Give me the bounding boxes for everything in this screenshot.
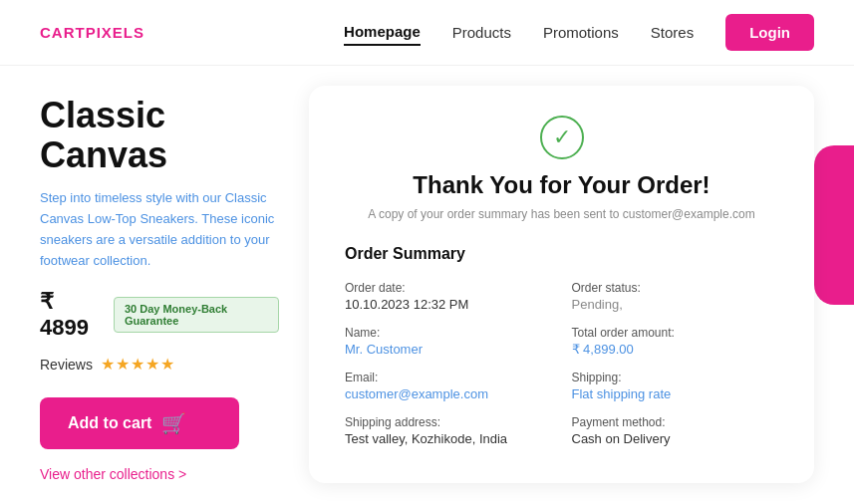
payment-value: Cash on Delivery <box>572 431 779 446</box>
cart-icon: 🛒 <box>161 411 186 435</box>
address-value: Test valley, Kozhikode, India <box>345 431 552 446</box>
nav-homepage[interactable]: Homepage <box>344 19 421 46</box>
order-confirmation-panel: ✓ Thank You for Your Order! A copy of yo… <box>309 86 814 483</box>
email-field: Email: customer@example.com <box>345 371 552 401</box>
product-description: Step into timeless style with our Classi… <box>40 188 279 271</box>
logo: CARTPIXELS <box>40 24 144 41</box>
order-status-value: Pending, <box>572 297 779 312</box>
shipping-label: Shipping: <box>572 371 779 384</box>
product-panel: Classic Canvas Step into timeless style … <box>40 86 279 483</box>
email-label: Email: <box>345 371 552 384</box>
product-title: Classic Canvas <box>40 96 279 174</box>
order-date-value: 10.10.2023 12:32 PM <box>345 297 552 312</box>
email-value: customer@example.com <box>345 386 552 401</box>
total-value: ₹ 4,899.00 <box>572 342 779 357</box>
address-field: Shipping address: Test valley, Kozhikode… <box>345 415 552 446</box>
thank-you-title: Thank You for Your Order! <box>345 171 778 199</box>
add-to-cart-button[interactable]: Add to cart 🛒 <box>40 397 239 449</box>
total-field: Total order amount: ₹ 4,899.00 <box>572 326 779 357</box>
payment-label: Payment method: <box>572 415 779 429</box>
check-circle-icon: ✓ <box>540 116 584 159</box>
address-label: Shipping address: <box>345 415 552 429</box>
price-row: ₹ 4899 30 Day Money-Back Guarantee <box>40 289 279 341</box>
product-price: ₹ 4899 <box>40 289 102 341</box>
name-field: Name: Mr. Customer <box>345 326 552 357</box>
nav-products[interactable]: Products <box>452 20 511 45</box>
star-rating: ★★★★★ <box>101 355 175 374</box>
total-label: Total order amount: <box>572 326 779 340</box>
add-to-cart-label: Add to cart <box>68 414 151 432</box>
name-value: Mr. Customer <box>345 342 552 357</box>
nav-promotions[interactable]: Promotions <box>543 20 619 45</box>
order-summary-title: Order Summary <box>345 245 778 263</box>
navigation: Homepage Products Promotions Stores Logi… <box>344 14 814 51</box>
reviews-label: Reviews <box>40 357 93 373</box>
order-status-field: Order status: Pending, <box>572 281 779 312</box>
login-button[interactable]: Login <box>725 14 814 51</box>
shipping-field: Shipping: Flat shipping rate <box>572 371 779 401</box>
order-date-label: Order date: <box>345 281 552 295</box>
decorative-shape <box>814 145 854 305</box>
guarantee-badge: 30 Day Money-Back Guarantee <box>114 297 279 333</box>
name-label: Name: <box>345 326 552 340</box>
order-status-label: Order status: <box>572 281 779 295</box>
view-collections-link[interactable]: View other collections > <box>40 466 186 482</box>
order-date-field: Order date: 10.10.2023 12:32 PM <box>345 281 552 312</box>
payment-field: Payment method: Cash on Delivery <box>572 415 779 446</box>
main-content: Classic Canvas Step into timeless style … <box>0 66 854 503</box>
header: CARTPIXELS Homepage Products Promotions … <box>0 0 854 66</box>
order-grid: Order date: 10.10.2023 12:32 PM Order st… <box>345 281 778 446</box>
check-icon-wrapper: ✓ <box>345 116 778 159</box>
nav-stores[interactable]: Stores <box>651 20 694 45</box>
reviews-row: Reviews ★★★★★ <box>40 355 279 374</box>
shipping-value: Flat shipping rate <box>572 386 779 401</box>
thank-you-subtitle: A copy of your order summary has been se… <box>345 207 778 221</box>
